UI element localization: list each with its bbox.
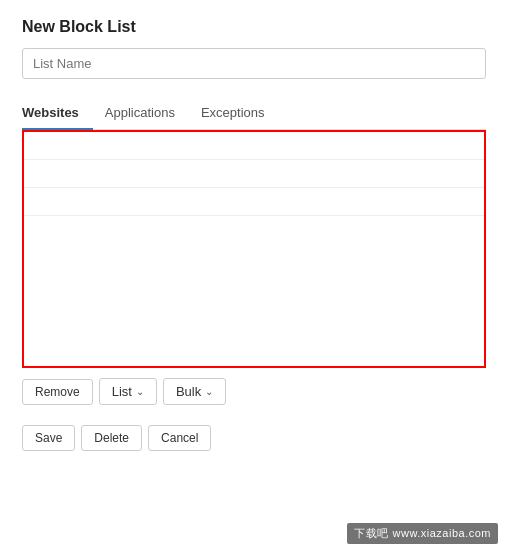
tab-websites[interactable]: Websites xyxy=(22,97,93,130)
save-button[interactable]: Save xyxy=(22,425,75,451)
remove-button[interactable]: Remove xyxy=(22,379,93,405)
tab-applications[interactable]: Applications xyxy=(105,97,189,130)
list-dropdown-button[interactable]: List ⌄ xyxy=(99,378,157,405)
list-chevron-icon: ⌄ xyxy=(136,386,144,397)
table-row xyxy=(24,188,484,216)
bulk-label: Bulk xyxy=(176,384,201,399)
list-name-input[interactable] xyxy=(22,48,486,79)
content-area xyxy=(22,130,486,368)
action-buttons: Remove List ⌄ Bulk ⌄ xyxy=(22,378,486,405)
list-label: List xyxy=(112,384,132,399)
watermark: 下载吧 www.xiazaiba.com xyxy=(347,523,498,544)
bulk-dropdown-button[interactable]: Bulk ⌄ xyxy=(163,378,226,405)
cancel-button[interactable]: Cancel xyxy=(148,425,211,451)
tab-bar: Websites Applications Exceptions xyxy=(22,97,486,130)
bottom-buttons: Save Delete Cancel xyxy=(22,425,486,451)
delete-button[interactable]: Delete xyxy=(81,425,142,451)
table-row xyxy=(24,132,484,160)
tab-exceptions[interactable]: Exceptions xyxy=(201,97,279,130)
bulk-chevron-icon: ⌄ xyxy=(205,386,213,397)
table-row xyxy=(24,160,484,188)
page-title: New Block List xyxy=(22,18,486,36)
